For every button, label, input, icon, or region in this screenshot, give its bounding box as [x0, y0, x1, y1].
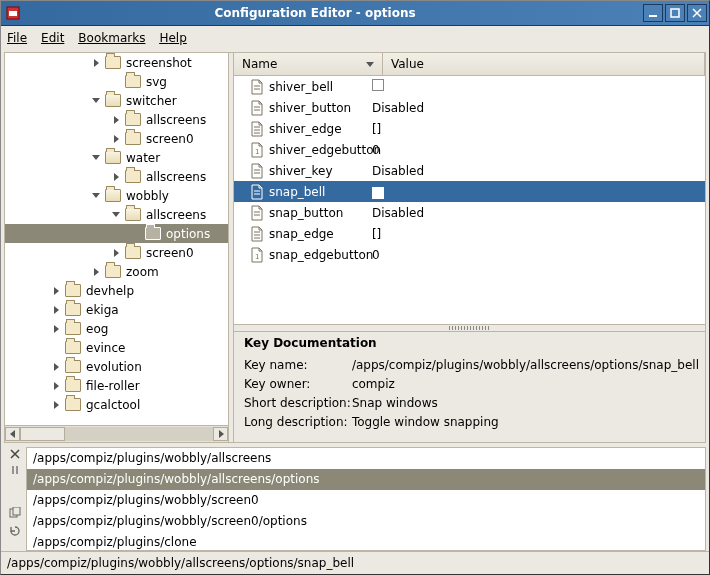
tree-item-label: devhelp [86, 284, 134, 298]
window-title: Configuration Editor - options [0, 6, 643, 20]
recent-list[interactable]: /apps/compiz/plugins/wobbly/allscreens/a… [26, 447, 706, 551]
tree-item-label: zoom [126, 265, 159, 279]
expand-right-icon[interactable] [111, 134, 121, 144]
checkbox[interactable] [372, 79, 384, 91]
key-name: snap_button [269, 206, 343, 220]
list-row[interactable]: shiver_edge[] [234, 118, 705, 139]
tree-item[interactable]: eog [5, 319, 228, 338]
folder-icon [125, 75, 141, 88]
copy-icon[interactable] [8, 507, 22, 519]
tree-panel: screenshotsvgswitcherallscreensscreen0wa… [5, 53, 228, 442]
svg-text:1: 1 [255, 148, 259, 156]
key-list[interactable]: shiver_bellshiver_buttonDisabledshiver_e… [234, 76, 705, 324]
folder-icon [125, 113, 141, 126]
expander-icon[interactable] [131, 229, 141, 239]
list-row[interactable]: shiver_keyDisabled [234, 160, 705, 181]
expander-icon[interactable] [111, 77, 121, 87]
tree-item[interactable]: zoom [5, 262, 228, 281]
tree-item[interactable]: screen0 [5, 129, 228, 148]
list-row[interactable]: snap_edge[] [234, 223, 705, 244]
menu-edit[interactable]: Edit [41, 31, 64, 45]
tree-item[interactable]: screen0 [5, 243, 228, 262]
list-row[interactable]: 1shiver_edgebutton0 [234, 139, 705, 160]
tree-item[interactable]: evince [5, 338, 228, 357]
expand-right-icon[interactable] [91, 58, 101, 68]
close-icon[interactable] [8, 449, 22, 459]
recent-item[interactable]: /apps/compiz/plugins/wobbly/allscreens/o… [27, 469, 705, 490]
list-row[interactable]: snap_buttonDisabled [234, 202, 705, 223]
expander-icon[interactable] [51, 343, 61, 353]
doc-keyname-label: Key name: [244, 358, 352, 372]
list-row[interactable]: 1snap_edgebutton0 [234, 244, 705, 265]
expand-down-icon[interactable] [91, 153, 101, 163]
key-name: snap_edge [269, 227, 334, 241]
expand-right-icon[interactable] [91, 267, 101, 277]
tree-item[interactable]: evolution [5, 357, 228, 376]
doc-keyname: /apps/compiz/plugins/wobbly/allscreens/o… [352, 358, 699, 372]
tree-item[interactable]: water [5, 148, 228, 167]
expand-down-icon[interactable] [91, 191, 101, 201]
status-path: /apps/compiz/plugins/wobbly/allscreens/o… [7, 556, 354, 570]
checkbox[interactable]: ✔ [372, 187, 384, 199]
expand-right-icon[interactable] [111, 248, 121, 258]
recent-item[interactable]: /apps/compiz/plugins/wobbly/screen0/opti… [27, 511, 705, 532]
tree-item[interactable]: switcher [5, 91, 228, 110]
folder-icon [125, 132, 141, 145]
menubar: File Edit Bookmarks Help [1, 26, 709, 50]
tree-item[interactable]: screenshot [5, 53, 228, 72]
tree-item-label: eog [86, 322, 108, 336]
close-button[interactable] [687, 4, 707, 22]
tree-item[interactable]: devhelp [5, 281, 228, 300]
recent-item[interactable]: /apps/compiz/plugins/clone [27, 532, 705, 551]
menu-bookmarks[interactable]: Bookmarks [78, 31, 145, 45]
list-row[interactable]: shiver_buttonDisabled [234, 97, 705, 118]
tree-scrollbar-thumb[interactable] [20, 427, 65, 441]
tree-item[interactable]: allscreens [5, 110, 228, 129]
col-value-header[interactable]: Value [383, 53, 705, 75]
expand-right-icon[interactable] [51, 381, 61, 391]
minimize-button[interactable] [643, 4, 663, 22]
list-row[interactable]: snap_bell✔ [234, 181, 705, 202]
recent-item[interactable]: /apps/compiz/plugins/wobbly/allscreens [27, 448, 705, 469]
menu-file[interactable]: File [7, 31, 27, 45]
tree[interactable]: screenshotsvgswitcherallscreensscreen0wa… [5, 53, 228, 414]
key-name: shiver_edge [269, 122, 342, 136]
doc-title: Key Documentation [244, 336, 699, 350]
expand-right-icon[interactable] [51, 400, 61, 410]
tree-item[interactable]: allscreens [5, 205, 228, 224]
tree-item-label: screen0 [146, 132, 194, 146]
tree-item-label: screen0 [146, 246, 194, 260]
vertical-splitter[interactable] [234, 324, 705, 332]
tree-item[interactable]: svg [5, 72, 228, 91]
expand-right-icon[interactable] [111, 172, 121, 182]
expand-right-icon[interactable] [111, 115, 121, 125]
tree-item[interactable]: ekiga [5, 300, 228, 319]
menu-help[interactable]: Help [159, 31, 186, 45]
folder-icon [65, 322, 81, 335]
expand-right-icon[interactable] [51, 324, 61, 334]
tree-item[interactable]: gcalctool [5, 395, 228, 414]
vertical-bars-icon[interactable] [8, 465, 22, 475]
expand-down-icon[interactable] [91, 96, 101, 106]
expand-down-icon[interactable] [111, 210, 121, 220]
maximize-button[interactable] [665, 4, 685, 22]
tree-item[interactable]: wobbly [5, 186, 228, 205]
key-name: shiver_edgebutton [269, 143, 381, 157]
clear-icon[interactable] [8, 525, 22, 537]
tree-scrollbar-track[interactable] [20, 427, 213, 441]
tree-item[interactable]: options [5, 224, 228, 243]
tree-item[interactable]: file-roller [5, 376, 228, 395]
list-row[interactable]: shiver_bell [234, 76, 705, 97]
expand-right-icon[interactable] [51, 286, 61, 296]
folder-icon [125, 170, 141, 183]
recent-item[interactable]: /apps/compiz/plugins/wobbly/screen0 [27, 490, 705, 511]
value-text: 0 [372, 143, 380, 157]
titlebar[interactable]: Configuration Editor - options [1, 1, 709, 26]
tree-item[interactable]: allscreens [5, 167, 228, 186]
doc-keyowner: compiz [352, 377, 699, 391]
expand-right-icon[interactable] [51, 362, 61, 372]
col-name-header[interactable]: Name [234, 53, 383, 75]
value-text: 0 [372, 248, 380, 262]
expand-right-icon[interactable] [51, 305, 61, 315]
tree-scrollbar[interactable] [5, 425, 228, 442]
